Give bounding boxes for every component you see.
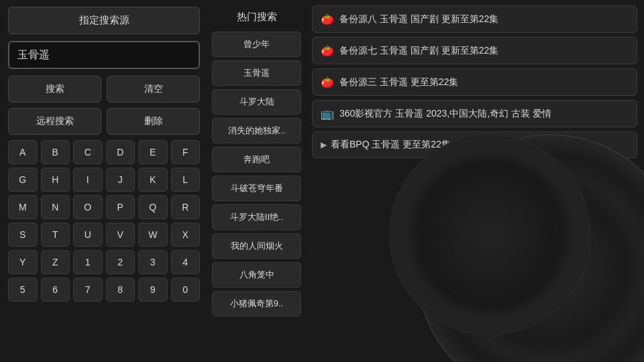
key-P[interactable]: P	[106, 195, 136, 219]
key-A[interactable]: A	[8, 140, 38, 164]
key-4[interactable]: 4	[171, 250, 201, 274]
result-text-2: 备份源三 玉骨遥 更至第22集	[339, 76, 458, 88]
result-text-4: 看看BPQ 玉骨遥 更至第22集	[331, 139, 451, 151]
key-R[interactable]: R	[171, 195, 201, 219]
key-I[interactable]: I	[73, 168, 103, 192]
key-L[interactable]: L	[171, 168, 201, 192]
result-text-3: 360影视官方 玉骨遥 2023,中国大陆,奇幻 古装 爱情	[339, 108, 551, 120]
key-5[interactable]: 5	[8, 278, 38, 302]
key-0[interactable]: 0	[171, 278, 201, 302]
left-panel: 指定搜索源 搜索 清空 远程搜索 删除 ABCDEFGHIJKLMNOPQRST…	[0, 0, 208, 362]
key-T[interactable]: T	[41, 223, 70, 247]
key-E[interactable]: E	[138, 140, 168, 164]
key-C[interactable]: C	[73, 140, 103, 164]
search-clear-row: 搜索 清空	[8, 76, 200, 103]
result-item-1[interactable]: 🍅备份源七 玉骨遥 国产剧 更新至第22集	[312, 37, 637, 64]
hot-item-6[interactable]: 斗罗大陆II绝..	[212, 204, 301, 230]
key-W[interactable]: W	[138, 223, 168, 247]
key-3[interactable]: 3	[138, 250, 168, 274]
clear-button[interactable]: 清空	[107, 76, 200, 103]
delete-button[interactable]: 删除	[107, 108, 200, 135]
key-D[interactable]: D	[106, 140, 136, 164]
key-K[interactable]: K	[138, 168, 168, 192]
result-icon-2: 🍅	[321, 76, 334, 88]
key-J[interactable]: J	[106, 168, 136, 192]
key-Z[interactable]: Z	[41, 250, 70, 274]
hot-item-3[interactable]: 消失的她独家..	[212, 118, 301, 143]
key-8[interactable]: 8	[106, 278, 136, 302]
middle-panel: 热门搜索 曾少年玉骨遥斗罗大陆消失的她独家..奔跑吧斗破苍穹年番斗罗大陆II绝.…	[208, 0, 305, 362]
result-text-1: 备份源七 玉骨遥 国产剧 更新至第22集	[339, 45, 498, 57]
key-M[interactable]: M	[8, 195, 38, 219]
hot-search-title: 热门搜索	[212, 5, 301, 29]
key-V[interactable]: V	[106, 223, 136, 247]
hot-item-4[interactable]: 奔跑吧	[212, 147, 301, 172]
result-icon-3: 📺	[321, 107, 334, 120]
key-7[interactable]: 7	[73, 278, 103, 302]
result-item-0[interactable]: 🍅备份源八 玉骨遥 国产剧 更新至第22集	[312, 5, 637, 33]
key-O[interactable]: O	[73, 195, 103, 219]
hot-item-1[interactable]: 玉骨遥	[212, 60, 301, 86]
hot-item-7[interactable]: 我的人间烟火	[212, 233, 301, 259]
result-icon-1: 🍅	[321, 44, 334, 57]
hot-item-9[interactable]: 小猪佩奇第9..	[212, 291, 301, 316]
key-9[interactable]: 9	[138, 278, 168, 302]
result-text-0: 备份源八 玉骨遥 国产剧 更新至第22集	[339, 13, 498, 25]
result-icon-0: 🍅	[321, 13, 334, 25]
hot-items-container: 曾少年玉骨遥斗罗大陆消失的她独家..奔跑吧斗破苍穹年番斗罗大陆II绝..我的人间…	[212, 32, 301, 316]
search-button[interactable]: 搜索	[8, 76, 101, 103]
key-G[interactable]: G	[8, 168, 38, 192]
hot-item-2[interactable]: 斗罗大陆	[212, 89, 301, 115]
keyboard-grid: ABCDEFGHIJKLMNOPQRSTUVWXYZ1234567890	[8, 140, 200, 302]
search-input-wrapper	[8, 41, 200, 69]
specify-source-button[interactable]: 指定搜索源	[8, 7, 200, 34]
key-2[interactable]: 2	[106, 250, 136, 274]
key-F[interactable]: F	[171, 140, 201, 164]
key-B[interactable]: B	[41, 140, 70, 164]
key-H[interactable]: H	[41, 168, 70, 192]
key-1[interactable]: 1	[73, 250, 103, 274]
key-N[interactable]: N	[41, 195, 70, 219]
hot-item-8[interactable]: 八角笼中	[212, 262, 301, 288]
key-6[interactable]: 6	[41, 278, 70, 302]
key-X[interactable]: X	[171, 223, 201, 247]
key-Y[interactable]: Y	[8, 250, 38, 274]
remote-delete-row: 远程搜索 删除	[8, 108, 200, 135]
result-item-3[interactable]: 📺360影视官方 玉骨遥 2023,中国大陆,奇幻 古装 爱情	[312, 100, 637, 127]
result-icon-4: ▶	[321, 140, 327, 149]
hot-item-0[interactable]: 曾少年	[212, 32, 301, 57]
bg-vinyl-small	[389, 134, 590, 335]
result-item-2[interactable]: 🍅备份源三 玉骨遥 更至第22集	[312, 68, 637, 96]
key-Q[interactable]: Q	[138, 195, 168, 219]
hot-item-5[interactable]: 斗破苍穹年番	[212, 176, 301, 201]
remote-search-button[interactable]: 远程搜索	[8, 108, 101, 135]
search-input[interactable]	[8, 41, 200, 69]
key-U[interactable]: U	[73, 223, 103, 247]
key-S[interactable]: S	[8, 223, 38, 247]
